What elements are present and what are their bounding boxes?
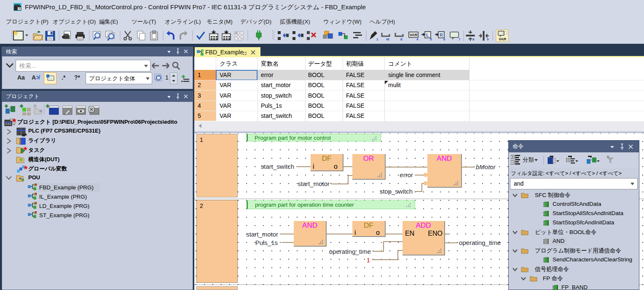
svg-text:6: 6 [443, 37, 445, 41]
svg-text:1: 1 [376, 37, 378, 41]
svg-text:L: L [426, 32, 429, 37]
svg-text:R: R [440, 32, 443, 37]
svg-text:8: 8 [472, 37, 475, 41]
svg-text:9: 9 [487, 37, 489, 41]
svg-text:4: 4 [416, 37, 419, 41]
svg-text:VAR: VAR [410, 33, 418, 37]
svg-text:7: 7 [19, 7, 20, 10]
svg-text:VAR: VAR [499, 37, 507, 41]
svg-text:E: E [400, 37, 403, 41]
svg-text:W: W [386, 37, 389, 41]
svg-text:5: 5 [430, 37, 432, 41]
svg-text:7: 7 [459, 37, 461, 41]
